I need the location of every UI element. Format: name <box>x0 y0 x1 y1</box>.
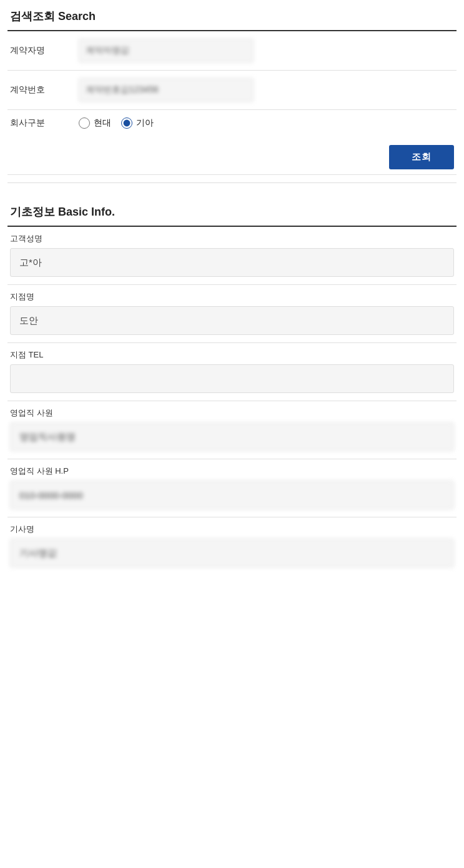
contractor-name-row: 계약자명 <box>7 31 457 71</box>
technician-name-label: 기사명 <box>10 524 454 535</box>
company-radio-group: 현대 기아 <box>79 117 154 129</box>
branch-name-group: 지점명 <box>7 285 457 343</box>
basic-info-section-title: 기초정보 Basic Info. <box>7 198 457 227</box>
radio-hyundai-item[interactable]: 현대 <box>79 117 111 129</box>
sales-staff-input[interactable] <box>10 422 454 451</box>
technician-name-input[interactable] <box>10 539 454 567</box>
page-container: 검색조회 Search 계약자명 계약번호 회사구분 현대 <box>0 0 464 575</box>
technician-name-group: 기사명 <box>7 517 457 575</box>
radio-kia[interactable] <box>121 117 132 129</box>
branch-name-label: 지점명 <box>10 291 454 302</box>
sales-staff-group: 영업직 사원 <box>7 401 457 459</box>
contract-number-input[interactable] <box>79 78 254 102</box>
contract-number-row: 계약번호 <box>7 71 457 110</box>
search-button[interactable]: 조회 <box>389 145 454 169</box>
branch-name-input[interactable] <box>10 306 454 335</box>
search-section: 검색조회 Search 계약자명 계약번호 회사구분 현대 <box>7 0 457 183</box>
sales-staff-label: 영업직 사원 <box>10 407 454 419</box>
customer-name-input[interactable] <box>10 248 454 277</box>
company-type-row: 회사구분 현대 기아 <box>7 110 457 136</box>
customer-name-group: 고객성명 <box>7 227 457 285</box>
radio-hyundai-label: 현대 <box>94 117 111 129</box>
sales-staff-hp-input[interactable] <box>10 481 454 509</box>
sales-staff-hp-label: 영업직 사원 H.P <box>10 466 454 477</box>
radio-kia-label: 기아 <box>136 117 154 129</box>
basic-info-form: 고객성명 지점명 지점 TEL 영업직 사원 영업직 사원 H.P <box>7 227 457 575</box>
search-button-row: 조회 <box>7 136 457 175</box>
customer-name-label: 고객성명 <box>10 233 454 244</box>
search-form: 계약자명 계약번호 회사구분 현대 기아 <box>7 31 457 136</box>
contractor-name-input[interactable] <box>79 39 254 62</box>
branch-tel-input[interactable] <box>10 364 454 393</box>
branch-tel-group: 지점 TEL <box>7 343 457 401</box>
sales-staff-hp-group: 영업직 사원 H.P <box>7 459 457 517</box>
contractor-name-label: 계약자명 <box>10 45 79 56</box>
basic-info-section: 기초정보 Basic Info. 고객성명 지점명 지점 TEL 영업직 사원 <box>7 198 457 575</box>
radio-hyundai[interactable] <box>79 117 90 129</box>
contract-number-label: 계약번호 <box>10 84 79 96</box>
radio-kia-item[interactable]: 기아 <box>121 117 154 129</box>
search-section-title: 검색조회 Search <box>7 0 457 31</box>
branch-tel-label: 지점 TEL <box>10 349 454 361</box>
company-type-label: 회사구분 <box>10 117 79 129</box>
